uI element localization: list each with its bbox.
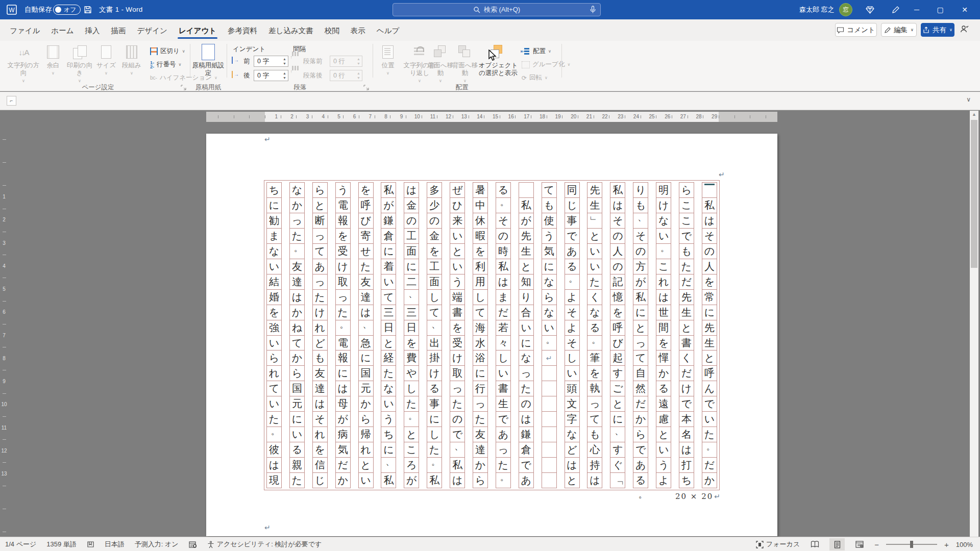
- v-ruler-number: 8: [3, 356, 6, 361]
- web-layout-button[interactable]: [852, 538, 867, 550]
- paragraph-dialog-launcher[interactable]: [363, 85, 369, 90]
- search-input[interactable]: 検索 (Alt+Q): [393, 3, 601, 16]
- word-app-icon[interactable]: W: [6, 0, 17, 19]
- tab-stop-selector[interactable]: ⌐: [7, 96, 16, 106]
- minimize-button[interactable]: ─: [905, 0, 928, 19]
- align-button[interactable]: 配置∨: [522, 47, 551, 56]
- gem-premium-icon[interactable]: [863, 0, 877, 19]
- rotate-label: 回転: [529, 73, 542, 82]
- comments-button[interactable]: コメント: [835, 23, 877, 37]
- dictate-mic-icon[interactable]: [590, 6, 596, 16]
- page-setup-dialog-launcher[interactable]: [181, 85, 186, 90]
- proofing-icon[interactable]: [87, 541, 94, 548]
- indent-before-input[interactable]: 0 字 ▲▼: [254, 56, 288, 67]
- spinner-arrows-icon[interactable]: ▲▼: [283, 71, 286, 80]
- tab-デザイン[interactable]: デザイン: [132, 26, 173, 41]
- manuscript-cell: い: [587, 259, 602, 274]
- zoom-level[interactable]: 100%: [956, 541, 973, 548]
- autosave-toggle[interactable]: オフ: [53, 5, 81, 15]
- user-name[interactable]: 森太郎 窓之: [799, 0, 835, 19]
- chevron-down-icon: ∨: [949, 28, 952, 32]
- manuscript-cell: か: [702, 472, 717, 488]
- ribbon-collapse-chevron-icon[interactable]: ∨: [966, 96, 971, 103]
- manuscript-cell: [542, 427, 557, 442]
- maximize-button[interactable]: ▢: [928, 0, 952, 19]
- zoom-out-icon[interactable]: −: [874, 540, 879, 549]
- zoom-slider-thumb[interactable]: [910, 541, 913, 548]
- manuscript-cell: 生: [702, 335, 717, 351]
- manuscript-cell: な: [656, 213, 671, 229]
- manuscript-cell: っ: [289, 213, 305, 229]
- zoom-in-icon[interactable]: +: [944, 540, 949, 549]
- document-page[interactable]: ↵ ↵ ↵ 私はその人を常に先生と呼んでいた。だからここでもただ先生と書くだけで…: [206, 134, 777, 536]
- manuscript-cell: い: [565, 365, 580, 381]
- paragraph-return-mark: ↵: [264, 135, 271, 143]
- v-ruler-number: 7: [3, 333, 6, 338]
- line-numbers-button[interactable]: 1-2- 行番号∨: [150, 60, 181, 69]
- focus-mode-button[interactable]: フォーカス: [756, 540, 800, 549]
- scroll-up-icon[interactable]: ▲: [970, 112, 978, 117]
- manuscript-cell: い: [358, 472, 374, 488]
- editor-icon[interactable]: [189, 541, 197, 548]
- manuscript-cell: 信: [312, 457, 328, 473]
- manuscript-cell: は: [679, 442, 694, 458]
- breaks-button[interactable]: 区切り∨: [150, 47, 185, 56]
- user-avatar[interactable]: 窓: [839, 3, 852, 16]
- manuscript-cell: れ: [312, 320, 328, 336]
- genko-manuscript-grid[interactable]: 私はその人を常に先生と呼んでいた。だからここでもただ先生と書くだけで本名は打ち明…: [264, 180, 720, 490]
- paragraph-group-label: 段落: [294, 83, 307, 92]
- manuscript-cell: 経: [381, 350, 396, 366]
- manuscript-cell: で: [496, 411, 511, 427]
- tab-レイアウト[interactable]: レイアウト: [173, 26, 222, 41]
- share-button[interactable]: 共有 ∨: [921, 23, 954, 37]
- tab-ファイル[interactable]: ファイル: [4, 26, 45, 41]
- spinner-arrows-icon[interactable]: ▲▼: [283, 57, 286, 66]
- tab-描画[interactable]: 描画: [106, 26, 132, 41]
- manuscript-cell: び: [358, 213, 374, 229]
- indent-after-value: 0 字: [257, 71, 269, 80]
- manuscript-cell: と: [610, 396, 625, 412]
- zoom-slider[interactable]: [886, 544, 937, 545]
- tab-挿入[interactable]: 挿入: [80, 26, 106, 41]
- person-search-icon[interactable]: [960, 24, 969, 36]
- manuscript-column-9: 私が先生と知り合いになったのは鎌倉であ: [519, 182, 534, 488]
- page-indicator[interactable]: 1/4 ページ: [5, 540, 36, 549]
- manuscript-cell: っ: [450, 381, 465, 396]
- tab-表示[interactable]: 表示: [345, 26, 371, 41]
- ruler-strip: ⌐ ∨: [0, 92, 980, 110]
- indent-after-input[interactable]: 0 字 ▲▼: [254, 70, 288, 81]
- print-layout-button[interactable]: [829, 538, 845, 550]
- manuscript-cell: か: [335, 472, 351, 488]
- tab-ホーム[interactable]: ホーム: [45, 26, 79, 41]
- manuscript-cell: 先: [679, 289, 694, 305]
- arrange-group-label: 配置: [456, 83, 469, 92]
- tab-差し込み文書[interactable]: 差し込み文書: [263, 26, 319, 41]
- manuscript-cell: と: [633, 320, 648, 336]
- manuscript-cell: ろ: [404, 457, 419, 473]
- horizontal-ruler[interactable]: 1234567891011121314151617181920212223242…: [206, 112, 777, 122]
- accessibility-status[interactable]: アクセシビリティ: 検討が必要です: [207, 540, 322, 549]
- vertical-scrollbar[interactable]: ▲: [970, 111, 978, 537]
- manuscript-cell: で: [702, 396, 717, 412]
- manuscript-cell: う: [656, 457, 671, 473]
- save-icon[interactable]: [84, 0, 92, 19]
- read-mode-button[interactable]: [807, 538, 822, 550]
- tab-参考資料[interactable]: 参考資料: [222, 26, 263, 41]
- scrollbar-thumb[interactable]: [971, 120, 977, 268]
- language-indicator[interactable]: 日本語: [105, 540, 125, 549]
- close-button[interactable]: ✕: [953, 0, 976, 19]
- manuscript-cell: る: [656, 381, 671, 396]
- h-ruler-number: 28: [696, 114, 701, 119]
- columns-label: 段組み: [122, 62, 141, 69]
- tab-ヘルプ[interactable]: ヘルプ: [371, 26, 405, 41]
- genko-settings-button[interactable]: 原稿用紙設定: [192, 44, 225, 77]
- word-count[interactable]: 1359 単語: [46, 540, 77, 549]
- tab-校閲[interactable]: 校閲: [319, 26, 345, 41]
- ime-prediction-indicator[interactable]: 予測入力: オン: [135, 540, 179, 549]
- h-ruler-number: 3: [306, 114, 309, 119]
- editing-mode-button[interactable]: 編集 ∨: [881, 23, 917, 37]
- document-canvas[interactable]: 1234567891011121314151617181920212223242…: [0, 111, 980, 537]
- ink-pen-icon[interactable]: [888, 0, 902, 19]
- menu-tabs: ファイルホーム挿入描画デザインレイアウト参考資料差し込み文書校閲表示ヘルプ: [4, 19, 405, 41]
- manuscript-cell: け: [656, 197, 671, 213]
